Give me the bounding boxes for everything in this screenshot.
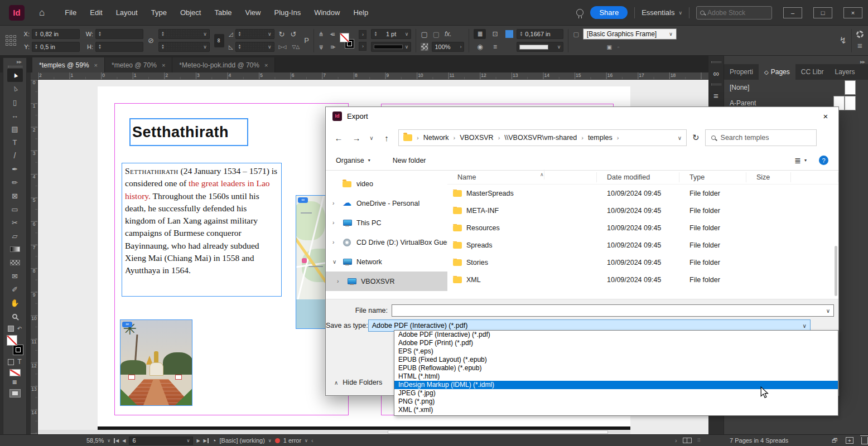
spread-view-icon[interactable] [683,438,692,443]
breadcrumb-item[interactable]: temples [588,134,613,142]
refresh-icon[interactable]: ↻ [692,133,700,143]
help-icon[interactable]: ? [819,156,828,165]
parent-page-row[interactable]: [None] [724,80,868,95]
width-field[interactable]: ▲▼ [95,29,143,39]
organise-button[interactable]: Organise ▾ [336,157,370,164]
new-folder-button[interactable]: New folder [393,157,426,164]
tree-chevron-icon[interactable]: › [332,239,338,245]
dialog-close-icon[interactable]: × [818,110,833,122]
breadcrumb[interactable]: › Network › VBOXSVR › \\VBOXSVR\vm-share… [398,129,687,146]
select-container-button[interactable]: P [304,36,309,45]
file-row[interactable]: XML 10/09/2024 09:45 File folder [447,271,838,288]
stroke-swatch[interactable] [13,345,23,355]
column-header[interactable]: Type [679,172,746,182]
tree-chevron-icon[interactable]: › [332,220,338,226]
zoom-level[interactable]: 58,5% [86,437,104,444]
opacity-field[interactable]: 100%› [432,42,464,52]
fill-none-swatch[interactable] [340,33,349,42]
menu-item[interactable]: Object [173,5,208,20]
formatting-container-icon[interactable] [8,359,14,365]
edit-page-size-icon[interactable]: 🗗 [832,437,838,444]
expand-status-icon[interactable]: › [675,437,677,444]
arrange-down-icon[interactable]: ⋔ [319,43,324,51]
error-count[interactable]: 1 error [283,437,301,444]
tree-item[interactable]: › CD Drive (D:) VirtualBox Guest A [326,232,447,252]
close-icon[interactable]: × [94,62,98,69]
file-row[interactable]: MasterSpreads 10/09/2024 09:45 File fold… [447,185,838,202]
tree-chevron-icon[interactable]: › [337,278,343,284]
menu-item[interactable]: File [58,5,83,20]
direct-selection-tool[interactable]: ▻ [7,82,23,95]
collapse-status-icon[interactable]: ‹ [311,437,314,444]
preflight-icon[interactable]: ◔ [212,437,216,445]
fill-stroke-swatches[interactable] [340,33,354,49]
quick-apply-icon[interactable]: ↯ [840,35,847,46]
constrain-dimensions-icon[interactable]: ⊘ [148,36,154,45]
arrange-up-icon[interactable]: ⋔ [319,31,324,38]
link-badge-icon[interactable]: ∞ [298,197,308,203]
file-name-field[interactable]: ∨ [392,304,834,317]
object-style-dropdown[interactable]: [Basic Graphics Frame]∨ [583,28,677,40]
format-option[interactable]: HTML (*.html) [394,372,838,381]
zoom-tool[interactable] [7,309,23,323]
page-thumbnail[interactable] [845,96,856,110]
back-icon[interactable]: ← [332,133,345,143]
dialog-title-bar[interactable]: Id Export [326,107,838,125]
panel-tab[interactable]: ◇ Layers [829,64,860,80]
adobe-stock-search[interactable] [696,6,772,20]
constrain-scale-icon[interactable]: ∞ [214,34,224,47]
recent-locations-icon[interactable]: ∨ [368,135,375,141]
menu-item[interactable]: Plug-Ins [267,5,307,20]
document-tab[interactable]: *Meteo-lo-pok.indd @ 70% × [172,57,275,72]
stroke-panel-icon[interactable]: ≡ [713,91,718,100]
selection-tool[interactable]: ► [7,69,23,82]
temple-photo-frame[interactable]: ✳ ∞ [120,319,192,406]
links-panel-icon[interactable]: ∞ [713,69,719,78]
wrap-options-dropdown[interactable]: ∨ [517,42,563,52]
zoom-dropdown-icon[interactable]: ∨ [107,438,110,443]
gradient-feather-tool[interactable] [7,256,23,269]
close-button[interactable]: × [843,7,862,18]
formatting-text-icon[interactable]: T [17,358,21,366]
flip-vertical-button[interactable]: ▽△ [292,44,300,50]
height-field[interactable]: ▲▼ [95,42,143,52]
document-tab[interactable]: *meteo @ 70% × [105,57,172,72]
fill-none-swatch[interactable] [7,335,17,346]
previous-page-button[interactable]: ◀ [122,438,126,443]
x-position-field[interactable]: ▲▼0,82 in [32,29,80,39]
panel-tab[interactable]: ◇ Properti [724,64,759,80]
column-header[interactable]: Date modified [597,172,679,182]
rotation-field[interactable]: ▲▼∨ [235,29,274,39]
line-tool[interactable]: / [7,149,23,162]
apply-none-swatch[interactable] [9,369,21,376]
page-dropdown-icon[interactable]: ∨ [187,438,190,443]
column-header[interactable]: Size [746,172,791,182]
collapse-panels-icon[interactable]: ▸▸ [860,59,865,65]
gap-tool[interactable]: ↔ [7,109,23,122]
title-text-frame[interactable]: Setthathirath [129,118,248,146]
arrange-left-icon[interactable]: ⋔ [329,31,336,36]
pencil-tool[interactable]: ✏ [7,176,23,189]
last-page-button[interactable]: ▶ [204,438,209,443]
body-text-frame[interactable]: Setthathirath (24 January 1534 – 1571) i… [122,163,282,297]
view-mode-button[interactable]: ≣ ▾ [794,156,807,165]
file-row[interactable]: Spreads 10/09/2024 09:45 File folder [447,236,838,254]
breadcrumb-dropdown-icon[interactable]: ∨ [678,135,682,141]
default-swatch-icon[interactable]: ↶ [17,326,22,332]
file-row[interactable]: META-INF 10/09/2024 09:45 File folder [447,202,838,219]
search-box[interactable] [705,129,817,146]
wrap-jump-button[interactable]: ≡ [489,42,501,52]
next-page-button[interactable]: ▶ [196,438,200,443]
page-number-field[interactable]: 6 ∨ [129,437,193,445]
rotate-cw-button[interactable]: ↻ [279,30,285,38]
expand-tools-icon[interactable]: ▸▸ [17,59,21,65]
rectangle-tool[interactable]: ▭ [7,202,23,216]
menu-item[interactable]: Help [346,5,375,20]
format-option[interactable]: PNG (*.png) [394,397,838,406]
document-tab[interactable]: *temples @ 59% × [32,57,105,72]
tree-item[interactable]: ∨ Network [326,252,447,272]
gear-icon[interactable] [856,31,864,38]
arrange-right-icon[interactable]: ⋔ [329,44,336,49]
preflight-dropdown-icon[interactable]: ∨ [268,438,272,443]
close-icon[interactable]: × [264,62,268,69]
